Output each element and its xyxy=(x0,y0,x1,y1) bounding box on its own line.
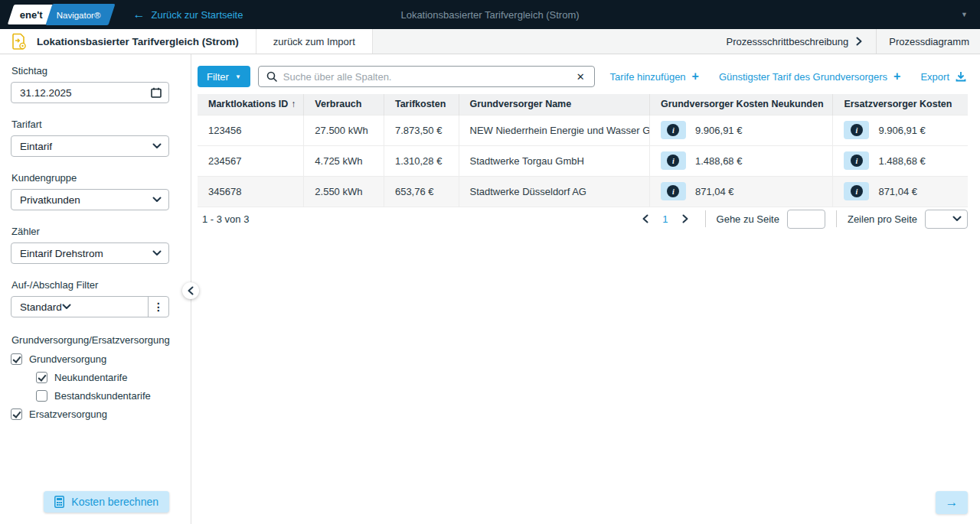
filter-button[interactable]: Filter ▼ xyxy=(198,66,250,87)
kundengruppe-select[interactable]: Privatkunden xyxy=(11,189,169,210)
info-button[interactable]: i xyxy=(844,182,869,200)
aufabschlag-filter-group: Standard ⋮ xyxy=(11,296,169,317)
checkbox-icon xyxy=(36,390,47,402)
back-to-start-link[interactable]: ← Zurück zur Startseite xyxy=(133,8,243,21)
arrow-right-icon: → xyxy=(946,495,959,509)
top-bar: ene't Navigator® ← Zurück zur Startseite… xyxy=(0,0,980,29)
calculate-costs-button[interactable]: Kosten berechnen xyxy=(44,491,169,513)
rows-per-page-select[interactable] xyxy=(925,210,968,229)
arrow-left-icon: ← xyxy=(133,8,145,21)
info-icon: i xyxy=(667,185,679,197)
plus-icon: + xyxy=(692,70,699,83)
table-row[interactable]: 234567 4.725 kWh 1.310,28 € Stadtwerke T… xyxy=(198,145,968,176)
cell-tarifkosten: 653,76 € xyxy=(384,176,459,207)
table-toolbar: Filter ▼ ✕ Tarife hinzufügen + Günstigst… xyxy=(198,66,968,87)
info-button[interactable]: i xyxy=(661,151,686,170)
process-diagram-link[interactable]: Prozessdiagramm xyxy=(877,29,980,54)
next-step-button[interactable]: → xyxy=(936,491,968,514)
info-icon: i xyxy=(667,124,679,136)
tab-back-to-import[interactable]: zurück zum Import xyxy=(256,29,373,54)
next-page-button[interactable] xyxy=(676,213,694,225)
previous-page-button[interactable] xyxy=(636,213,655,225)
add-tariffs-link[interactable]: Tarife hinzufügen + xyxy=(610,70,699,83)
checkbox-icon xyxy=(36,372,47,383)
col-verbrauch[interactable]: Verbrauch xyxy=(304,94,384,115)
info-button[interactable]: i xyxy=(661,182,686,200)
filter-button-label: Filter xyxy=(207,71,229,83)
calculate-costs-label: Kosten berechnen xyxy=(71,496,158,508)
chevron-down-icon xyxy=(152,250,162,256)
clear-search-icon[interactable]: ✕ xyxy=(575,71,586,83)
chevron-down-icon[interactable]: ▼ xyxy=(961,11,968,18)
zaehler-select[interactable]: Eintarif Drehstrom xyxy=(11,242,169,264)
tarifart-select[interactable]: Eintarif xyxy=(11,135,169,157)
checkbox-icon xyxy=(11,353,22,365)
cell-marktlokations-id: 123456 xyxy=(198,115,304,145)
cell-verbrauch: 2.550 kWh xyxy=(304,176,384,207)
cell-marktlokations-id: 234567 xyxy=(198,145,304,176)
process-step-label: Prozessschrittbeschreibung xyxy=(727,36,849,47)
aufabschlag-filter-select[interactable]: Standard xyxy=(11,297,148,317)
checkbox-icon xyxy=(11,408,22,420)
tarifart-value: Eintarif xyxy=(20,141,152,152)
info-icon: i xyxy=(667,155,679,167)
goto-page-label: Gehe zu Seite xyxy=(717,213,779,225)
cell-grundversorger-kosten-neukunden: i 871,04 € xyxy=(649,176,832,207)
download-icon xyxy=(956,71,966,82)
chevron-left-icon xyxy=(188,286,194,295)
col-grundversorger-kosten-neukunden[interactable]: Grundversorger Kosten Neukunden xyxy=(649,94,832,115)
chevron-left-icon xyxy=(642,214,648,223)
sidebar-collapse-button[interactable] xyxy=(182,282,199,299)
zaehler-value: Eintarif Drehstrom xyxy=(20,248,152,259)
checkbox-bestandskundentarife[interactable]: Bestandskundentarife xyxy=(36,390,169,402)
back-link-label: Zurück zur Startseite xyxy=(152,9,243,21)
filter-sidebar: Stichtag 31.12.2025 Tarifart Eintarif Ku… xyxy=(0,54,191,524)
kundengruppe-value: Privatkunden xyxy=(20,194,152,206)
checkbox-label: Ersatzversorgung xyxy=(29,408,107,420)
col-tarifkosten[interactable]: Tarifkosten xyxy=(384,94,459,115)
plus-icon: + xyxy=(893,70,900,83)
checkbox-label: Neukundentarife xyxy=(54,372,127,383)
info-button[interactable]: i xyxy=(844,151,869,170)
checkbox-neukundentarife[interactable]: Neukundentarife xyxy=(36,372,169,383)
col-grundversorger-name[interactable]: Grundversorger Name xyxy=(459,94,649,115)
cell-ersatzversorger-kosten: i 1.488,68 € xyxy=(833,145,968,176)
chevron-down-icon xyxy=(152,197,162,203)
stichtag-date-input[interactable]: 31.12.2025 xyxy=(11,82,169,103)
table-header-row: Marktlokations ID↑ Verbrauch Tarifkosten… xyxy=(198,94,968,115)
search-field: ✕ xyxy=(258,66,595,87)
cell-grundversorger-name: Stadtwerke Düsseldorf AG xyxy=(459,176,649,207)
process-tab-bar: Lokationsbasierter Tarifvergleich (Strom… xyxy=(0,29,980,54)
cell-grundversorger-kosten-neukunden: i 1.488,68 € xyxy=(649,145,832,176)
export-link[interactable]: Export xyxy=(920,71,966,83)
kebab-menu-icon[interactable]: ⋮ xyxy=(148,297,168,317)
process-step-description-link[interactable]: Prozessschrittbeschreibung xyxy=(713,29,877,54)
pagination-divider xyxy=(705,210,706,227)
pagination-bar: 1 - 3 von 3 1 Gehe zu Seite Zeilen pro S… xyxy=(198,207,968,231)
aufabschlag-filter-value: Standard xyxy=(20,301,62,313)
col-marktlokations-id[interactable]: Marktlokations ID↑ xyxy=(198,94,304,115)
cheapest-tariff-link[interactable]: Günstigster Tarif des Grundversorgers + xyxy=(719,70,900,83)
table-row[interactable]: 123456 27.500 kWh 7.873,50 € NEW Niederr… xyxy=(198,115,968,145)
chevron-down-icon xyxy=(952,216,962,222)
cell-tarifkosten: 7.873,50 € xyxy=(384,115,459,145)
search-input[interactable] xyxy=(283,71,575,83)
tariff-comparison-table: Marktlokations ID↑ Verbrauch Tarifkosten… xyxy=(198,94,968,207)
col-ersatzversorger-kosten[interactable]: Ersatzversorger Kosten xyxy=(833,94,968,115)
tarifart-label: Tarifart xyxy=(11,119,169,130)
info-button[interactable]: i xyxy=(844,121,869,139)
table-body: 123456 27.500 kWh 7.873,50 € NEW Niederr… xyxy=(198,115,968,207)
add-tariffs-label: Tarife hinzufügen xyxy=(610,71,686,83)
stichtag-value: 31.12.2025 xyxy=(20,87,151,99)
stichtag-label: Stichtag xyxy=(11,65,169,76)
tab-current-process: Lokationsbasierter Tarifvergleich (Strom… xyxy=(0,29,256,54)
info-button[interactable]: i xyxy=(661,121,686,139)
table-row[interactable]: 345678 2.550 kWh 653,76 € Stadtwerke Düs… xyxy=(198,176,968,207)
goto-page-input[interactable] xyxy=(787,210,825,229)
sort-asc-icon: ↑ xyxy=(291,99,296,109)
cell-verbrauch: 27.500 kWh xyxy=(304,115,384,145)
checkbox-ersatzversorgung[interactable]: Ersatzversorgung xyxy=(11,408,169,420)
checkbox-grundversorgung[interactable]: Grundversorgung xyxy=(11,353,169,365)
current-page-number[interactable]: 1 xyxy=(655,213,675,225)
cost-value: 1.488,68 € xyxy=(695,155,742,167)
